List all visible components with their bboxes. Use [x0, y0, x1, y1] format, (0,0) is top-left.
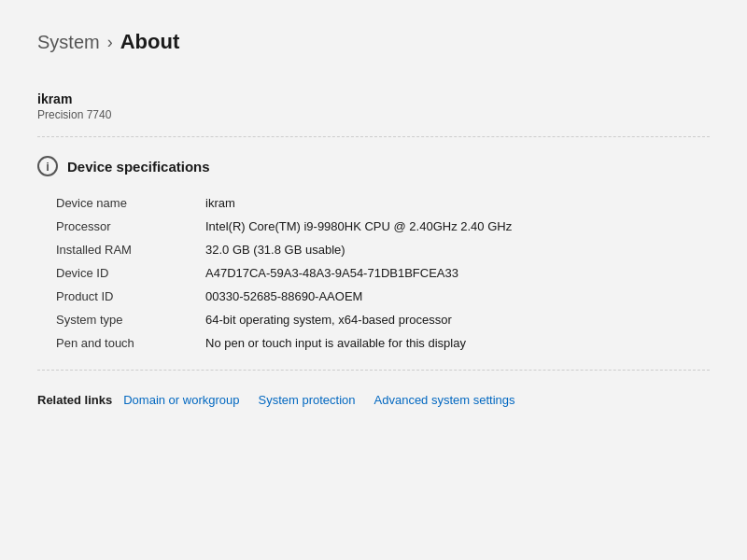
- spec-label: System type: [56, 313, 205, 327]
- related-link[interactable]: Domain or workgroup: [123, 393, 239, 407]
- breadcrumb-separator: ›: [107, 33, 113, 52]
- spec-row: ProcessorIntel(R) Core(TM) i9-9980HK CPU…: [56, 215, 710, 238]
- device-model-name: Precision 7740: [37, 108, 710, 121]
- spec-value: A47D17CA-59A3-48A3-9A54-71DB1BFCEA33: [205, 266, 458, 280]
- related-links-section: Related links Domain or workgroupSystem …: [37, 370, 710, 407]
- spec-row: System type64-bit operating system, x64-…: [56, 308, 710, 331]
- spec-value: No pen or touch input is available for t…: [205, 336, 466, 350]
- specs-table: Device nameikramProcessorIntel(R) Core(T…: [37, 191, 710, 355]
- related-links-label: Related links: [37, 393, 112, 407]
- spec-label: Device name: [56, 196, 205, 210]
- spec-value: Intel(R) Core(TM) i9-9980HK CPU @ 2.40GH…: [205, 219, 512, 233]
- info-icon: i: [37, 156, 58, 176]
- related-link[interactable]: Advanced system settings: [374, 393, 515, 407]
- spec-label: Processor: [56, 219, 205, 233]
- spec-value: ikram: [205, 196, 235, 210]
- spec-row: Product ID00330-52685-88690-AAOEM: [56, 285, 710, 308]
- device-specs-header: i Device specifications: [37, 137, 710, 191]
- related-link[interactable]: System protection: [258, 393, 355, 407]
- spec-label: Device ID: [56, 266, 205, 280]
- spec-value: 64-bit operating system, x64-based proce…: [205, 313, 452, 327]
- settings-page: System › About ikram Precision 7740 i De…: [0, 0, 747, 560]
- breadcrumb: System › About: [37, 30, 710, 54]
- breadcrumb-about: About: [120, 30, 180, 54]
- spec-label: Installed RAM: [56, 243, 205, 257]
- spec-label: Pen and touch: [56, 336, 205, 350]
- spec-value: 00330-52685-88690-AAOEM: [205, 289, 362, 303]
- device-user-name: ikram: [37, 91, 710, 106]
- spec-row: Device nameikram: [56, 191, 710, 215]
- spec-value: 32.0 GB (31.8 GB usable): [205, 243, 345, 257]
- device-identity-section: ikram Precision 7740: [37, 77, 710, 137]
- spec-row: Device IDA47D17CA-59A3-48A3-9A54-71DB1BF…: [56, 261, 710, 285]
- spec-label: Product ID: [56, 289, 205, 303]
- spec-row: Pen and touchNo pen or touch input is av…: [56, 331, 710, 355]
- spec-row: Installed RAM32.0 GB (31.8 GB usable): [56, 238, 710, 261]
- section-title: Device specifications: [67, 159, 210, 175]
- breadcrumb-system[interactable]: System: [37, 32, 100, 53]
